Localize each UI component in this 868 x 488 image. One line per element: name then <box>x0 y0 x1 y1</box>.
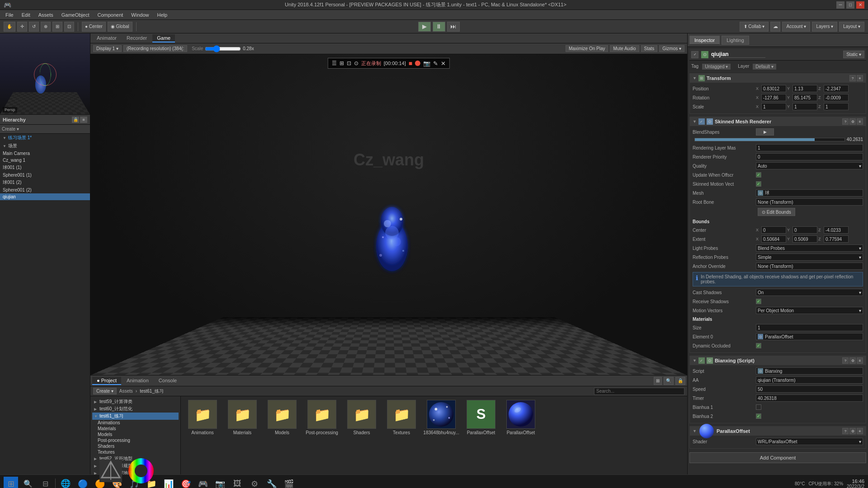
layer-value[interactable]: Default ▾ <box>753 64 776 70</box>
po-settings-btn[interactable]: ⚙ <box>849 428 856 434</box>
taskbar-app6-icon[interactable]: 🎯 <box>179 477 193 488</box>
transform-tool[interactable]: ⊡ <box>64 22 74 32</box>
script-ref[interactable]: ⊙ Bianxing <box>756 367 863 375</box>
center-button[interactable]: ● Center <box>82 22 106 32</box>
add-component-button[interactable]: Add Component <box>689 452 866 463</box>
tree-item-animations[interactable]: Animations <box>92 420 179 426</box>
global-button[interactable]: ◉ Global <box>108 22 132 32</box>
cloud-button[interactable]: ☁ <box>770 22 780 32</box>
rec-grid-icon[interactable]: ⊞ <box>340 60 344 66</box>
smr-ref-btn[interactable]: ? <box>842 118 849 125</box>
rotate-tool[interactable]: ↺ <box>29 22 39 32</box>
smr-enabled-check[interactable]: ✓ <box>698 118 705 125</box>
rec-close-icon[interactable]: ✕ <box>441 60 446 67</box>
menu-assets[interactable]: Assets <box>35 11 57 19</box>
project-search-input[interactable] <box>594 388 684 395</box>
start-button[interactable]: ⊞ <box>4 477 18 488</box>
update-offscreen-checkbox[interactable]: ✓ <box>756 172 761 178</box>
rec-camera-icon[interactable]: 📷 <box>423 60 430 67</box>
taskbar-app11-icon[interactable]: 🔧 <box>264 477 279 488</box>
asset-models[interactable]: 📁 Models <box>264 400 300 435</box>
taskbar-app10-icon[interactable]: ⚙ <box>247 477 262 488</box>
bianxing-menu-btn[interactable]: ≡ <box>857 357 863 364</box>
hand-tool[interactable]: ✋ <box>4 22 15 32</box>
speed-input[interactable] <box>756 385 863 393</box>
scale-z-input[interactable] <box>824 103 849 110</box>
tree-item-textures[interactable]: Textures <box>92 449 179 455</box>
tree-item-test60[interactable]: ▶ test60_计划范化 <box>92 405 179 413</box>
step-button[interactable]: ⏭ <box>447 22 460 32</box>
quality-dropdown[interactable]: Auto ▾ <box>756 162 863 169</box>
hier-item-sphere001-1[interactable]: Sphere001 (1) <box>0 172 90 178</box>
project-expand-btn[interactable]: ⊞ <box>654 377 662 385</box>
asset-animations[interactable]: 📁 Animations <box>184 400 221 435</box>
rec-capture-icon[interactable]: ⊡ <box>347 60 351 66</box>
asset-shader-parallax[interactable]: S ParallaxOffset <box>463 400 499 435</box>
anchor-override-ref[interactable]: None (Transform) <box>756 263 863 270</box>
shader-dropdown[interactable]: WRL/ParallaxOffset ▾ <box>756 438 863 445</box>
asset-postprocessing[interactable]: 📁 Post-processing <box>304 400 340 435</box>
project-lock-btn[interactable]: 🔒 <box>675 377 685 385</box>
hierarchy-menu-btn[interactable]: ≡ <box>80 117 87 123</box>
rotation-x-input[interactable] <box>761 94 786 101</box>
rotation-y-input[interactable] <box>793 94 817 101</box>
taskbar-app5-icon[interactable]: 📊 <box>161 477 176 488</box>
breadcrumb-assets[interactable]: Assets <box>119 389 133 394</box>
asset-texture-1[interactable]: 183648bhu4nuy... <box>423 400 459 435</box>
renderer-priority-input[interactable] <box>756 153 863 160</box>
hier-item-sphere1[interactable]: 球001 (1) <box>0 164 90 172</box>
bounds-center-x[interactable] <box>761 226 786 234</box>
resolution-selector[interactable]: (Recording resolution) (384(: <box>123 45 187 52</box>
bianhua2-checkbox[interactable]: ✓ <box>756 413 761 419</box>
element-0-ref[interactable]: ⊙ ParallaxOffset <box>756 333 863 340</box>
tree-item-shaders[interactable]: Shaders <box>92 443 179 449</box>
position-x-input[interactable] <box>761 85 786 92</box>
rec-screen-icon[interactable]: ⊙ <box>354 60 359 66</box>
taskview-button[interactable]: ⊟ <box>38 477 52 488</box>
menu-gameobject[interactable]: GameObject <box>58 11 93 19</box>
root-bone-ref[interactable]: None (Transform) <box>756 198 863 206</box>
breadcrumb-folder[interactable]: test61_练习 <box>140 388 164 394</box>
tab-inspector[interactable]: Inspector <box>689 36 720 45</box>
po-ref-btn[interactable]: ? <box>842 428 849 434</box>
taskbar-app12-icon[interactable]: 🎬 <box>282 477 296 488</box>
transform-menu-btn[interactable]: ≡ <box>857 75 863 81</box>
maximize-on-play-btn[interactable]: Maximize On Play <box>566 45 609 52</box>
aa-ref[interactable]: qiujian (Transform) <box>756 376 863 384</box>
position-z-input[interactable] <box>824 85 849 92</box>
scale-tool[interactable]: ⊕ <box>41 22 51 32</box>
mesh-ref[interactable]: ⊙ 球 <box>756 189 863 197</box>
hier-item-scene[interactable]: ▼ 练习场景 1* <box>0 134 90 142</box>
tree-item-test59[interactable]: ▶ test59_计算弹类 <box>92 398 179 405</box>
scale-y-input[interactable] <box>793 103 817 110</box>
search-button[interactable]: 🔍 <box>21 477 35 488</box>
taskbar-app9-icon[interactable]: 🖼 <box>230 477 245 488</box>
position-y-input[interactable] <box>793 85 817 92</box>
bounds-extent-x[interactable] <box>761 235 786 243</box>
obj-static-dropdown[interactable]: Static ▾ <box>843 51 864 58</box>
taskbar-app8-icon[interactable]: 📷 <box>213 477 227 488</box>
tab-animator[interactable]: Animator <box>92 34 121 42</box>
bianxing-enabled-check[interactable]: ✓ <box>698 357 705 364</box>
tree-item-test61[interactable]: ▼ test61_练习 <box>92 413 179 420</box>
bianxing-ref-btn[interactable]: ? <box>842 357 849 364</box>
motion-vectors-dropdown[interactable]: Per Object Motion ▾ <box>756 307 863 314</box>
taskbar-edge-icon[interactable]: 🌐 <box>58 477 73 488</box>
receive-shadows-checkbox[interactable]: ✓ <box>756 299 761 304</box>
taskbar-chrome-icon[interactable]: 🔵 <box>75 477 90 488</box>
bounds-extent-z[interactable] <box>824 235 849 243</box>
rec-indicator[interactable] <box>415 61 420 66</box>
blend-shapes-expand[interactable]: ▶ <box>756 128 774 136</box>
tab-game[interactable]: Game <box>152 34 175 42</box>
scale-x-input[interactable] <box>761 103 786 110</box>
bianhua1-checkbox[interactable] <box>756 404 761 410</box>
rotation-z-input[interactable] <box>824 94 849 101</box>
scale-slider[interactable] <box>205 46 241 52</box>
menu-component[interactable]: Component <box>94 11 127 19</box>
mute-audio-btn[interactable]: Mute Audio <box>610 45 639 52</box>
hierarchy-create-label[interactable]: Create ▾ <box>2 127 19 131</box>
obj-name-input[interactable] <box>711 51 765 58</box>
asset-textures[interactable]: 📁 Textures <box>383 400 420 435</box>
menu-edit[interactable]: Edit <box>18 11 34 19</box>
asset-material-parallax[interactable]: ParallaxOffset <box>503 400 539 435</box>
